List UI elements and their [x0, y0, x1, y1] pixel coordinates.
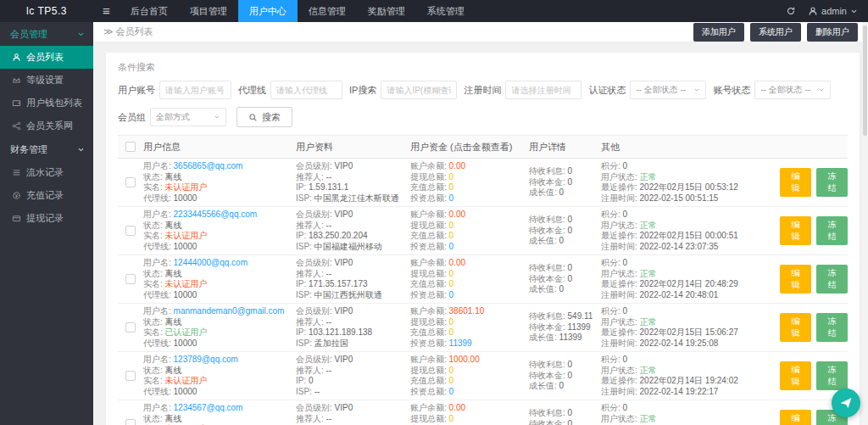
edit-button[interactable]: 编辑: [780, 216, 811, 245]
other-cell: 积分: 0 用户状态: 正常 最近操作: 2022年02月15日 00:00:5…: [601, 210, 775, 252]
freeze-button[interactable]: 冻结: [816, 361, 848, 390]
balance-value[interactable]: 0.00: [449, 161, 465, 171]
refresh-icon[interactable]: [786, 6, 796, 16]
scrollbar-track[interactable]: [862, 22, 868, 425]
pending-principal-value: 0: [568, 419, 573, 425]
edit-button[interactable]: 编辑: [780, 361, 811, 390]
recharge-total-value[interactable]: 0: [449, 376, 454, 385]
invest-total-value[interactable]: 0: [449, 387, 454, 396]
recharge-total-value[interactable]: 0: [449, 231, 454, 240]
withdraw-total-value[interactable]: 0: [449, 414, 454, 423]
sidebar-item-label: 用户钱包列表: [26, 97, 82, 109]
username-link[interactable]: 2233445566@qq.com: [174, 210, 258, 219]
nav-item-rewards[interactable]: 奖励管理: [357, 0, 416, 22]
freeze-button[interactable]: 冻结: [816, 313, 848, 342]
username-link[interactable]: 3656865@qq.com: [174, 161, 243, 171]
search-button[interactable]: 搜索: [236, 107, 292, 127]
field-label: 提现总额:: [410, 221, 447, 230]
sidebar-item-withdraw-records[interactable]: 提现记录: [0, 207, 93, 230]
nav-item-home[interactable]: 后台首页: [120, 0, 179, 22]
field-label: 待收本金:: [529, 177, 565, 187]
username-link[interactable]: manmandeman0@gmail.com: [174, 306, 285, 316]
account-status-select[interactable]: -- 全部状态 --: [754, 81, 831, 99]
nav-item-projects[interactable]: 项目管理: [179, 0, 238, 22]
agent-input[interactable]: [270, 81, 342, 99]
recharge-total-value[interactable]: 0: [449, 327, 454, 337]
field-label: 用户状态:: [601, 414, 637, 423]
field-label: 成长值:: [529, 284, 557, 294]
system-user-button[interactable]: 系统用户: [750, 23, 801, 42]
username-link[interactable]: 12444000@qq.com: [174, 258, 248, 267]
username-link[interactable]: 123789@qq.com: [174, 355, 238, 364]
sidebar-item-recharge-records[interactable]: 充值记录: [0, 184, 93, 207]
regtime-input[interactable]: [505, 81, 581, 99]
select-all-checkbox[interactable]: [125, 142, 136, 152]
withdraw-total-value[interactable]: 0: [449, 366, 454, 375]
account-input[interactable]: [159, 81, 231, 99]
invest-total-value[interactable]: 0: [449, 193, 454, 203]
admin-menu[interactable]: admin: [808, 6, 858, 16]
ip-value: 0: [309, 376, 314, 385]
recharge-total-value[interactable]: 0: [449, 279, 454, 288]
field-label: 积分:: [601, 210, 620, 219]
row-checkbox[interactable]: [125, 419, 136, 425]
field-label: 会员级别:: [296, 258, 332, 267]
row-checkbox[interactable]: [125, 177, 136, 187]
sidebar-item-level-settings[interactable]: 等级设置: [0, 69, 93, 92]
balance-value[interactable]: 1000.00: [449, 355, 480, 364]
realname-value: 已认证用户: [165, 327, 208, 337]
menu-toggle-icon[interactable]: ≡: [93, 0, 120, 22]
sidebar-group-member[interactable]: 会员管理: [0, 22, 93, 46]
sidebar-item-relation-network[interactable]: 会员关系网: [0, 115, 93, 137]
edit-button[interactable]: 编辑: [780, 168, 811, 197]
nav-item-info[interactable]: 信息管理: [298, 0, 357, 22]
balance-value[interactable]: 0.00: [449, 258, 465, 267]
add-user-button[interactable]: 添加用户: [693, 23, 744, 42]
withdraw-total-value[interactable]: 0: [449, 221, 454, 230]
ip-input[interactable]: [381, 81, 457, 99]
delete-user-button[interactable]: 删除用户: [807, 23, 858, 42]
edit-button[interactable]: 编辑: [780, 265, 811, 294]
field-label: 会员级别:: [296, 355, 332, 364]
sidebar-item-flow-records[interactable]: 流水记录: [0, 161, 93, 184]
balance-value[interactable]: 0.00: [449, 403, 465, 412]
isp-value: --: [314, 387, 320, 396]
field-label: 最近操作:: [601, 182, 637, 192]
invest-total-value[interactable]: 0: [449, 290, 454, 299]
invest-total-value[interactable]: 11399: [449, 338, 472, 348]
recharge-total-value[interactable]: 0: [449, 182, 454, 192]
balance-value[interactable]: 38601.10: [449, 306, 485, 316]
invest-total-value[interactable]: 0: [449, 242, 454, 251]
member-group-select[interactable]: 全部方式: [150, 108, 226, 126]
pending-principal-value: 0: [568, 274, 573, 283]
balance-value[interactable]: 0.00: [449, 210, 465, 219]
field-label: 用户状态:: [601, 269, 637, 278]
row-checkbox[interactable]: [125, 371, 136, 381]
agent-value: 10000: [174, 387, 198, 396]
field-label: 推荐人:: [296, 414, 324, 423]
edit-button[interactable]: 编辑: [780, 410, 811, 425]
other-cell: 积分: 0 用户状态: 正常 最近操作: 2022年02月14日 18:23:5…: [601, 403, 775, 425]
freeze-button[interactable]: 冻结: [816, 168, 848, 197]
floating-service-button[interactable]: [832, 389, 860, 417]
row-checkbox[interactable]: [125, 322, 136, 333]
agent-value: 10000: [174, 290, 198, 299]
nav-item-system[interactable]: 系统管理: [416, 0, 476, 22]
withdraw-total-value[interactable]: 0: [449, 172, 454, 182]
edit-button[interactable]: 编辑: [780, 313, 811, 342]
scrollbar-thumb[interactable]: [863, 25, 867, 136]
sidebar-item-member-list[interactable]: 会员列表: [0, 46, 93, 69]
user-profile-cell: 会员级别: VIP0 推荐人: -- IP: 103.121.189.138 I…: [296, 403, 410, 425]
row-checkbox[interactable]: [125, 226, 136, 236]
row-checkbox[interactable]: [125, 274, 136, 284]
sidebar-item-wallet-list[interactable]: 用户钱包列表: [0, 92, 93, 115]
withdraw-total-value[interactable]: 0: [449, 269, 454, 278]
auth-status-select[interactable]: -- 全部状态 --: [630, 81, 706, 99]
nav-item-user-center[interactable]: 用户中心: [238, 0, 298, 22]
withdraw-total-value[interactable]: 0: [449, 317, 454, 327]
sidebar-group-finance[interactable]: 财务管理: [0, 137, 93, 161]
freeze-button[interactable]: 冻结: [816, 265, 848, 294]
freeze-button[interactable]: 冻结: [816, 216, 848, 245]
username-link[interactable]: 1234567@qq.com: [174, 403, 243, 412]
field-label: 注册时间:: [601, 193, 637, 203]
